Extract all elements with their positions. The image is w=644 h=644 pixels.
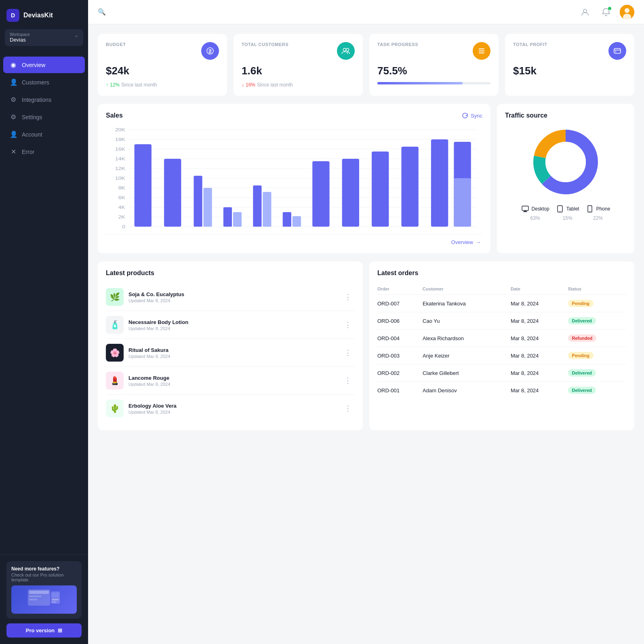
col-date: Date	[511, 283, 568, 295]
stat-cards: BUDGET $24k ↑ 12% Since last month	[98, 34, 634, 96]
svg-text:Mar: Mar	[198, 230, 207, 231]
list-item: 🌸 Ritual of Sakura Updated Mar 8, 2024 ⋮	[106, 339, 355, 367]
avatar[interactable]	[620, 5, 634, 19]
nav-items: ◉ Overview 👤 Customers ⚙ Integrations ⚙ …	[0, 53, 88, 554]
product-menu-icon[interactable]: ⋮	[341, 347, 355, 359]
task-label: TASK PROGRESS	[377, 42, 418, 47]
product-menu-icon[interactable]: ⋮	[341, 375, 355, 387]
svg-text:18K: 18K	[115, 137, 126, 142]
charts-row: Sales Sync	[98, 104, 634, 253]
orders-table: Order Customer Date Status ORD-007 Ekate…	[377, 283, 626, 399]
latest-orders-card: Latest orders Order Customer Date Status…	[369, 261, 634, 430]
profit-value: $15k	[513, 65, 626, 77]
overview-link-label: Overview	[451, 239, 473, 245]
svg-rect-42	[135, 144, 152, 227]
search-box: 🔍	[98, 8, 571, 16]
svg-rect-75	[522, 206, 528, 210]
progress-bar-fill	[377, 82, 463, 84]
product-name: Necessaire Body Lotion	[128, 319, 336, 325]
legend-tablet: Tablet 15%	[556, 205, 579, 221]
order-date: Mar 8, 2024	[511, 364, 568, 382]
sidebar-item-label: Account	[22, 131, 42, 138]
budget-value: $24k	[106, 65, 219, 77]
product-menu-icon[interactable]: ⋮	[341, 319, 355, 331]
product-menu-icon[interactable]: ⋮	[341, 291, 355, 303]
svg-rect-5	[52, 593, 59, 597]
product-thumbnail: 💄	[106, 372, 124, 389]
customers-stat-value: 1.6k	[242, 65, 355, 77]
svg-text:Jul: Jul	[317, 230, 324, 231]
order-status: Refunded	[568, 330, 626, 347]
promo-title: Need more features?	[11, 566, 77, 572]
legend-desktop: Desktop 63%	[521, 205, 549, 221]
main-content: 🔍	[88, 0, 644, 644]
svg-rect-16	[479, 51, 484, 51]
svg-text:Jun: Jun	[287, 230, 296, 231]
traffic-card: Traffic source	[497, 104, 634, 253]
svg-text:2K: 2K	[118, 215, 126, 219]
status-badge: Pending	[568, 300, 593, 307]
sidebar-item-label: Integrations	[22, 97, 51, 103]
product-date: Updated Mar 8, 2024	[128, 354, 336, 359]
svg-text:Feb: Feb	[168, 230, 178, 231]
order-date: Mar 8, 2024	[511, 330, 568, 347]
list-item: 🧴 Necessaire Body Lotion Updated Mar 8, …	[106, 311, 355, 339]
product-menu-icon[interactable]: ⋮	[341, 402, 355, 415]
donut-chart	[529, 126, 602, 198]
sync-label: Sync	[471, 113, 482, 119]
sidebar-bottom: Need more features? Check out our Pro so…	[0, 554, 88, 644]
status-badge: Delivered	[568, 317, 596, 324]
settings-icon: ⚙	[10, 113, 17, 121]
overview-link[interactable]: Overview →	[106, 234, 482, 245]
svg-text:16K: 16K	[115, 147, 126, 152]
product-name: Lancome Rouge	[128, 375, 336, 381]
table-row: ORD-007 Ekaterina Tankova Mar 8, 2024 Pe…	[377, 295, 626, 312]
stat-card-customers: TOTAL CUSTOMERS 1.6k ↓ 16% Since las	[234, 34, 363, 96]
user-icon-button[interactable]	[578, 5, 592, 19]
svg-point-10	[625, 8, 629, 13]
notifications-button[interactable]	[599, 5, 613, 19]
integrations-icon: ⚙	[10, 96, 17, 103]
svg-rect-43	[164, 159, 181, 227]
product-thumbnail: 🌵	[106, 400, 124, 417]
app-name: DeviasKit	[23, 12, 53, 19]
order-customer: Adam Denisov	[423, 382, 511, 399]
svg-text:6K: 6K	[118, 196, 126, 200]
customers-arrow-icon: ↓	[242, 82, 244, 88]
tablet-pct: 15%	[563, 215, 572, 221]
order-id: ORD-002	[377, 364, 423, 382]
col-status: Status	[568, 283, 626, 295]
svg-rect-45	[203, 188, 212, 227]
svg-rect-44	[194, 176, 202, 227]
budget-change: ↑ 12% Since last month	[106, 82, 219, 88]
sidebar-item-account[interactable]: 👤 Account	[3, 126, 85, 143]
product-date: Updated Mar 8, 2024	[128, 410, 336, 415]
sidebar-item-overview[interactable]: ◉ Overview	[3, 57, 85, 73]
latest-products-card: Latest products 🌿 Soja & Co. Eucalyptus …	[98, 261, 363, 430]
svg-text:4K: 4K	[118, 205, 126, 210]
logo-area: D DeviasKit	[0, 0, 88, 29]
svg-point-74	[545, 142, 586, 182]
sidebar-item-integrations[interactable]: ⚙ Integrations	[3, 91, 85, 108]
content-area: BUDGET $24k ↑ 12% Since last month	[88, 24, 644, 644]
workspace-selector[interactable]: Workspace Devias ⌃	[5, 29, 83, 46]
svg-text:20K: 20K	[115, 128, 126, 132]
svg-text:Sep: Sep	[375, 230, 385, 231]
svg-text:0: 0	[122, 225, 125, 229]
sidebar-item-label: Settings	[22, 114, 42, 120]
svg-text:8K: 8K	[118, 186, 126, 190]
svg-rect-58	[454, 178, 471, 227]
sync-button[interactable]: Sync	[462, 112, 482, 119]
promo-illustration	[26, 587, 62, 612]
topbar: 🔍	[88, 0, 644, 24]
table-row: ORD-004 Alexa Richardson Mar 8, 2024 Ref…	[377, 330, 626, 347]
order-id: ORD-004	[377, 330, 423, 347]
product-thumbnail: 🌿	[106, 288, 124, 306]
desktop-icon	[521, 205, 529, 213]
sidebar-item-error[interactable]: ✕ Error	[3, 143, 85, 160]
pro-version-button[interactable]: Pro version ⊞	[6, 623, 82, 638]
svg-rect-49	[263, 192, 271, 227]
sidebar-item-settings[interactable]: ⚙ Settings	[3, 109, 85, 125]
product-thumbnail: 🧴	[106, 316, 124, 334]
sidebar-item-customers[interactable]: 👤 Customers	[3, 74, 85, 90]
